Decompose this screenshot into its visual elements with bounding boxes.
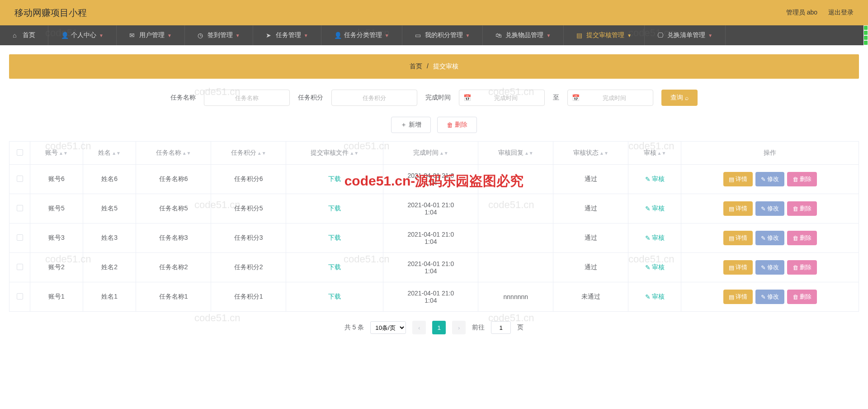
audit-link[interactable]: ✎审核 xyxy=(645,175,665,183)
home-icon: ⌂ xyxy=(13,32,20,39)
delete-row-button[interactable]: 🗑删除 xyxy=(787,290,817,304)
col-7[interactable]: 审核状态▲▼ xyxy=(553,142,628,165)
filter-name-label: 任务名称 xyxy=(170,94,196,102)
delete-row-button[interactable]: 🗑删除 xyxy=(787,231,817,245)
nav-item-5[interactable]: 👤任务分类管理▼ xyxy=(321,25,402,45)
table-row: 账号5 姓名5 任务名称5 任务积分5 下载 2021-04-01 21:01:… xyxy=(9,194,859,224)
chevron-down-icon: ▼ xyxy=(546,33,551,38)
trash-icon: 🗑 xyxy=(793,205,798,212)
logout-link[interactable]: 退出登录 xyxy=(828,9,854,17)
select-all-checkbox[interactable] xyxy=(17,149,23,156)
page-size-select[interactable]: 10条/页 xyxy=(370,321,406,334)
doc-icon: ▤ xyxy=(729,264,734,271)
delete-button[interactable]: 🗑删除 xyxy=(437,117,477,133)
delete-row-button[interactable]: 🗑删除 xyxy=(787,172,817,186)
download-link[interactable]: 下载 xyxy=(328,263,341,271)
filter-bar: 任务名称 任务积分 完成时间 📅 至 📅 查询 ⌕ xyxy=(9,90,859,106)
nav-item-1[interactable]: 👤个人中心▼ xyxy=(48,25,117,45)
filter-score-label: 任务积分 xyxy=(298,94,323,102)
row-checkbox[interactable] xyxy=(17,293,23,300)
nav-item-7[interactable]: 🛍兑换物品管理▼ xyxy=(483,25,564,45)
edit-button[interactable]: ✎修改 xyxy=(755,172,784,186)
col-6[interactable]: 审核回复▲▼ xyxy=(478,142,553,165)
nav-item-9[interactable]: 🖵兑换清单管理▼ xyxy=(645,25,726,45)
scroll-indicator xyxy=(863,25,868,45)
doc-icon: ▤ xyxy=(729,176,734,183)
nav-item-3[interactable]: ◷签到管理▼ xyxy=(185,25,253,45)
col-1[interactable]: 姓名▲▼ xyxy=(83,142,136,165)
table-row: 账号6 姓名6 任务名称6 任务积分6 下载 2021-04-01 21:01:… xyxy=(9,165,859,194)
edit-button[interactable]: ✎修改 xyxy=(755,201,784,216)
edit-button[interactable]: ✎修改 xyxy=(755,231,784,245)
filter-name-input[interactable] xyxy=(204,90,290,106)
sort-icon: ▲▼ xyxy=(59,152,68,155)
sort-icon: ▲▼ xyxy=(657,152,666,155)
audit-link[interactable]: ✎审核 xyxy=(645,293,665,301)
chevron-down-icon: ▼ xyxy=(167,33,172,38)
sort-icon: ▲▼ xyxy=(524,152,533,155)
download-link[interactable]: 下载 xyxy=(328,175,341,182)
next-page-button[interactable]: › xyxy=(452,321,466,334)
bag-icon: 🛍 xyxy=(495,32,503,39)
detail-button[interactable]: ▤详情 xyxy=(723,201,753,216)
col-5[interactable]: 完成时间▲▼ xyxy=(383,142,478,165)
trash-icon: 🗑 xyxy=(793,264,798,271)
edit-button[interactable]: ✎修改 xyxy=(755,260,784,275)
row-checkbox[interactable] xyxy=(17,264,23,270)
audit-link[interactable]: ✎审核 xyxy=(645,204,665,213)
delete-row-button[interactable]: 🗑删除 xyxy=(787,201,817,216)
download-link[interactable]: 下载 xyxy=(328,234,341,241)
sort-icon: ▲▼ xyxy=(112,152,121,155)
download-link[interactable]: 下载 xyxy=(328,204,341,212)
col-3[interactable]: 任务积分▲▼ xyxy=(211,142,286,165)
edit-icon: ✎ xyxy=(645,264,651,271)
goto-page-input[interactable] xyxy=(491,321,511,334)
filter-score-input[interactable] xyxy=(331,90,417,106)
user-icon: 👤 xyxy=(334,32,341,39)
edit-icon: ✎ xyxy=(645,234,651,242)
sort-icon: ▲▼ xyxy=(182,152,191,155)
sort-icon: ▲▼ xyxy=(349,152,359,155)
add-button[interactable]: ＋新增 xyxy=(391,117,431,133)
col-8[interactable]: 审核▲▼ xyxy=(628,142,681,165)
edit-icon: ✎ xyxy=(645,176,651,183)
doc-icon: ▤ xyxy=(729,205,734,212)
filter-time-to[interactable] xyxy=(567,90,653,106)
col-2[interactable]: 任务名称▲▼ xyxy=(136,142,211,165)
row-checkbox[interactable] xyxy=(17,234,23,241)
nav-item-2[interactable]: ✉用户管理▼ xyxy=(117,25,185,45)
detail-button[interactable]: ▤详情 xyxy=(723,172,753,186)
detail-button[interactable]: ▤详情 xyxy=(723,231,753,245)
col-4[interactable]: 提交审核文件▲▼ xyxy=(286,142,383,165)
nav-item-6[interactable]: ▭我的积分管理▼ xyxy=(402,25,483,45)
page-1-button[interactable]: 1 xyxy=(432,321,446,334)
row-checkbox[interactable] xyxy=(17,176,23,182)
col-0[interactable]: 账号▲▼ xyxy=(30,142,83,165)
delete-row-button[interactable]: 🗑删除 xyxy=(787,260,817,275)
row-checkbox[interactable] xyxy=(17,205,23,211)
edit-button[interactable]: ✎修改 xyxy=(755,290,784,304)
edit-icon: ✎ xyxy=(645,293,651,300)
breadcrumb-home[interactable]: 首页 xyxy=(410,62,422,70)
audit-link[interactable]: ✎审核 xyxy=(645,263,665,271)
query-button[interactable]: 查询 ⌕ xyxy=(661,90,698,106)
audit-link[interactable]: ✎审核 xyxy=(645,234,665,242)
col-9: 操作 xyxy=(681,142,859,165)
prev-page-button[interactable]: ‹ xyxy=(412,321,426,334)
detail-button[interactable]: ▤详情 xyxy=(723,260,753,275)
breadcrumb: 首页 / 提交审核 xyxy=(9,54,859,79)
chevron-down-icon: ▼ xyxy=(708,33,712,38)
nav-item-0[interactable]: ⌂首页 xyxy=(0,25,48,45)
app-title: 移动网赚项目小程 xyxy=(14,7,87,19)
download-link[interactable]: 下载 xyxy=(328,293,341,300)
chevron-down-icon: ▼ xyxy=(99,33,104,38)
clock-icon: ◷ xyxy=(198,32,205,39)
detail-button[interactable]: ▤详情 xyxy=(723,290,753,304)
doc-icon: ▤ xyxy=(729,235,734,242)
nav-item-4[interactable]: ➤任务管理▼ xyxy=(253,25,321,45)
doc-icon: ▤ xyxy=(576,32,584,39)
nav-item-8[interactable]: ▤提交审核管理▼ xyxy=(564,25,645,45)
doc-icon: ▤ xyxy=(729,294,734,300)
current-user[interactable]: 管理员 abo xyxy=(786,9,817,17)
filter-time-from[interactable] xyxy=(459,90,545,106)
